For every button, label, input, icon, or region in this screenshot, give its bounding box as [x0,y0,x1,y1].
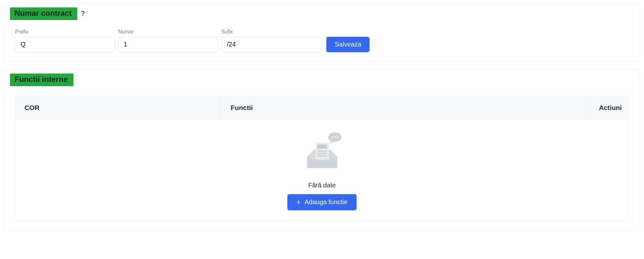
svg-rect-8 [317,155,327,156]
sufix-group: Sufix [221,29,321,52]
contract-number-card: Numar contract ? Prefix Numar Sufix Salv… [4,3,640,62]
col-header-actiuni: Actiuni [590,96,629,119]
prefix-label: Prefix [15,29,115,35]
svg-rect-6 [317,150,327,152]
functions-table: COR Functii Actiuni [15,96,629,221]
contract-number-form-row: Prefix Numar Sufix Salveaza [4,20,640,52]
col-header-cor: COR [15,96,222,119]
prefix-input[interactable] [15,37,115,52]
contract-number-header: Numar contract ? [4,4,640,20]
svg-rect-7 [317,153,327,154]
svg-point-1 [331,136,333,138]
internal-functions-title: Functii interne [10,74,73,86]
numar-label: Numar [118,29,218,35]
help-icon[interactable]: ? [81,9,85,18]
numar-group: Numar [118,29,218,52]
contract-number-title: Numar contract [10,7,77,20]
sufix-input[interactable] [221,37,321,52]
empty-text: Fără date [308,182,336,189]
svg-rect-5 [317,144,327,148]
sufix-label: Sufix [221,29,321,35]
col-header-functii: Functii [222,96,590,119]
add-function-label: Adauga functie [304,198,347,206]
internal-functions-header: Functii interne [4,70,640,86]
internal-functions-card: Functii interne COR Functii Actiuni [4,69,640,230]
functions-table-head: COR Functii Actiuni [15,96,629,120]
add-function-button[interactable]: + Adauga functie [287,194,356,210]
plus-icon: + [296,199,301,206]
svg-point-3 [337,136,338,138]
empty-inbox-icon [298,128,346,176]
svg-point-2 [334,136,335,138]
numar-input[interactable] [118,37,218,52]
prefix-group: Prefix [15,29,115,52]
empty-state: Fără date + Adauga functie [15,120,629,221]
save-button[interactable]: Salveaza [326,37,370,52]
